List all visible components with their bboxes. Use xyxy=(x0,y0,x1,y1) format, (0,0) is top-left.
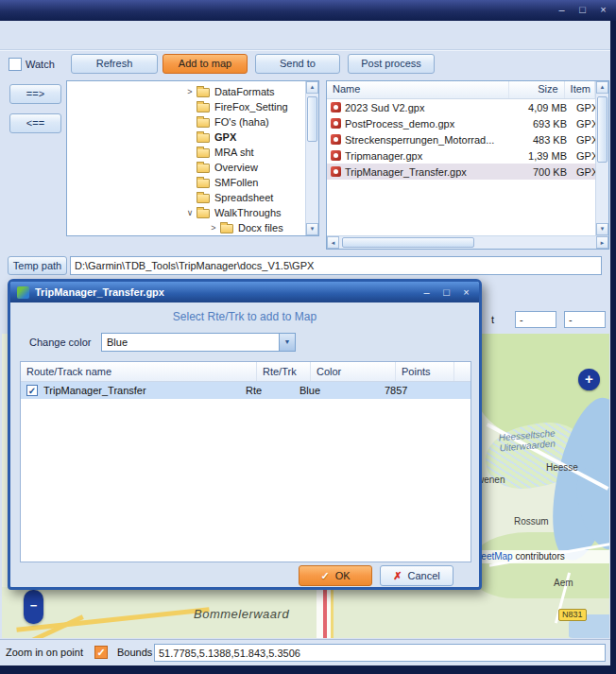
zoom-on-point-label: Zoom in on point xyxy=(6,647,83,658)
titlebar[interactable]: – □ × xyxy=(0,0,616,21)
route-track-table: Route/Track name Rte/Trk Color Points ✓ … xyxy=(20,361,471,562)
scrollbar-thumb[interactable] xyxy=(342,237,474,248)
app-window: – □ × Watch Refresh Add to map Send to P… xyxy=(0,0,616,674)
gpx-file-icon xyxy=(331,118,341,129)
file-size: 1,39 MB xyxy=(516,150,573,162)
route-row-selected[interactable]: ✓ TripManager_Transfer Rte Blue 7857 xyxy=(21,382,471,399)
map-town-label: Aem xyxy=(554,578,573,588)
minimize-icon[interactable]: – xyxy=(556,4,568,16)
tree-item-overview[interactable]: Overview xyxy=(67,160,304,175)
folder-icon xyxy=(197,164,210,173)
osm-attribution-link[interactable]: reetMap xyxy=(478,551,513,562)
route-checkbox[interactable]: ✓ xyxy=(26,385,38,396)
close-icon[interactable]: × xyxy=(460,286,472,299)
watch-label: Watch xyxy=(26,59,55,70)
tree-item-label: WalkThroughs xyxy=(214,207,282,218)
ok-button[interactable]: ✓ OK xyxy=(299,565,372,586)
send-to-button[interactable]: Send to xyxy=(255,54,340,74)
file-name: 2023 Sud V2.gpx xyxy=(345,102,424,113)
tree-item-smfollen[interactable]: SMFollen xyxy=(67,175,304,190)
scrollbar-thumb[interactable] xyxy=(597,96,607,163)
chevron-right-icon[interactable]: > xyxy=(207,223,220,233)
folder-icon xyxy=(197,209,210,218)
folder-icon xyxy=(197,148,210,158)
cancel-button-label: Cancel xyxy=(407,570,439,581)
chevron-down-icon[interactable]: ∨ xyxy=(183,208,197,217)
scroll-up-icon[interactable]: ▲ xyxy=(306,81,318,94)
column-header-item[interactable]: Item xyxy=(565,81,595,98)
file-row-selected[interactable]: TripManager_Transfer.gpx 700 KB GPX F xyxy=(327,164,595,180)
tree-item-mra-sht[interactable]: MRA sht xyxy=(67,145,304,160)
cancel-button[interactable]: ✗ Cancel xyxy=(380,565,453,586)
map-town-label: Heesse xyxy=(546,462,578,473)
check-icon: ✓ xyxy=(320,570,329,582)
scroll-up-icon[interactable]: ▲ xyxy=(596,81,608,94)
side-field-2[interactable] xyxy=(564,311,606,328)
map-marker[interactable]: − xyxy=(24,590,43,624)
tree-vertical-scrollbar[interactable]: ▲ ▼ xyxy=(305,81,318,235)
window-controls: – □ × xyxy=(556,4,609,16)
move-right-button[interactable]: ==> xyxy=(9,84,61,104)
folder-icon xyxy=(197,194,210,203)
tree-item-fos-haha[interactable]: FO's (haha) xyxy=(67,114,304,130)
scrollbar-thumb[interactable] xyxy=(307,96,317,142)
tree-item-dataformats[interactable]: > DataFormats xyxy=(67,84,304,99)
file-list-header: Name Size Item xyxy=(327,81,595,99)
temp-path-button[interactable]: Temp path xyxy=(8,256,67,275)
file-type: GPX F xyxy=(573,166,595,178)
tree-item-gpx[interactable]: GPX xyxy=(67,130,304,145)
map-town-label: Rossum xyxy=(514,516,549,527)
temp-path-field[interactable] xyxy=(70,256,602,275)
file-row[interactable]: 2023 Sud V2.gpx 4,09 MB GPX F xyxy=(327,99,595,115)
side-field-1[interactable] xyxy=(515,311,556,328)
tree-item-spreadsheet[interactable]: Spreadsheet xyxy=(67,190,304,205)
map-zoom-in-button[interactable]: + xyxy=(578,369,600,390)
file-type: GPX F xyxy=(573,102,595,113)
file-size: 483 KB xyxy=(516,134,573,146)
tree-item-docx-files[interactable]: > Docx files xyxy=(67,220,304,233)
scroll-left-icon[interactable]: ◄ xyxy=(327,236,339,249)
tree-item-label: Spreadsheet xyxy=(214,192,273,203)
file-list-horizontal-scrollbar[interactable]: ◄ ► xyxy=(327,235,608,249)
tree-item-walkthroughs[interactable]: ∨ WalkThroughs xyxy=(67,205,304,220)
chevron-right-icon[interactable]: > xyxy=(183,87,197,96)
file-list-vertical-scrollbar[interactable]: ▲ ▼ xyxy=(595,81,608,235)
column-header-size[interactable]: Size xyxy=(509,81,564,98)
column-header-name[interactable]: Name xyxy=(327,81,509,98)
route-name: TripManager_Transfer xyxy=(43,385,146,396)
change-color-label: Change color xyxy=(29,337,91,348)
x-icon: ✗ xyxy=(393,570,402,582)
gpx-file-icon xyxy=(331,150,341,161)
bounds-field[interactable] xyxy=(154,644,606,662)
column-header-route-name[interactable]: Route/Track name xyxy=(21,362,257,381)
move-left-button[interactable]: <== xyxy=(9,113,61,133)
scroll-down-icon[interactable]: ▼ xyxy=(596,223,608,235)
add-to-map-button[interactable]: Add to map xyxy=(163,54,248,74)
maximize-icon[interactable]: □ xyxy=(440,286,453,299)
folder-icon xyxy=(197,133,210,143)
file-name: PostProcess_demo.gpx xyxy=(345,118,454,130)
post-process-button[interactable]: Post process xyxy=(348,54,435,74)
column-header-rtetrk[interactable]: Rte/Trk xyxy=(257,362,311,381)
file-row[interactable]: Streckensperrungen_Motorrad... 483 KB GP… xyxy=(327,131,595,147)
refresh-button[interactable]: Refresh xyxy=(71,54,158,74)
map-attribution: reetMap contributors xyxy=(476,550,609,563)
file-row[interactable]: PostProcess_demo.gpx 693 KB GPX F xyxy=(327,115,595,131)
zoom-on-point-checkbox[interactable]: ✓ xyxy=(94,646,108,659)
dialog-titlebar[interactable]: TripManager_Transfer.gpx – □ × xyxy=(10,282,479,302)
file-row[interactable]: Tripmanager.gpx 1,39 MB GPX F xyxy=(327,147,595,164)
column-header-points[interactable]: Points xyxy=(396,362,454,381)
minimize-icon[interactable]: – xyxy=(420,286,433,299)
column-header-color[interactable]: Color xyxy=(311,362,396,381)
folder-icon xyxy=(197,118,210,128)
app-icon xyxy=(17,286,29,299)
scroll-right-icon[interactable]: ► xyxy=(596,236,608,249)
tree-item-firefox-setting[interactable]: FireFox_Setting xyxy=(67,99,304,114)
maximize-icon[interactable]: □ xyxy=(576,4,589,16)
chevron-down-icon[interactable]: ▼ xyxy=(279,334,295,351)
scroll-down-icon[interactable]: ▼ xyxy=(306,223,318,235)
close-icon[interactable]: × xyxy=(597,4,609,16)
color-combobox[interactable]: Blue ▼ xyxy=(101,333,296,352)
watch-checkbox[interactable] xyxy=(9,58,22,71)
route-points: 7857 xyxy=(379,385,437,396)
